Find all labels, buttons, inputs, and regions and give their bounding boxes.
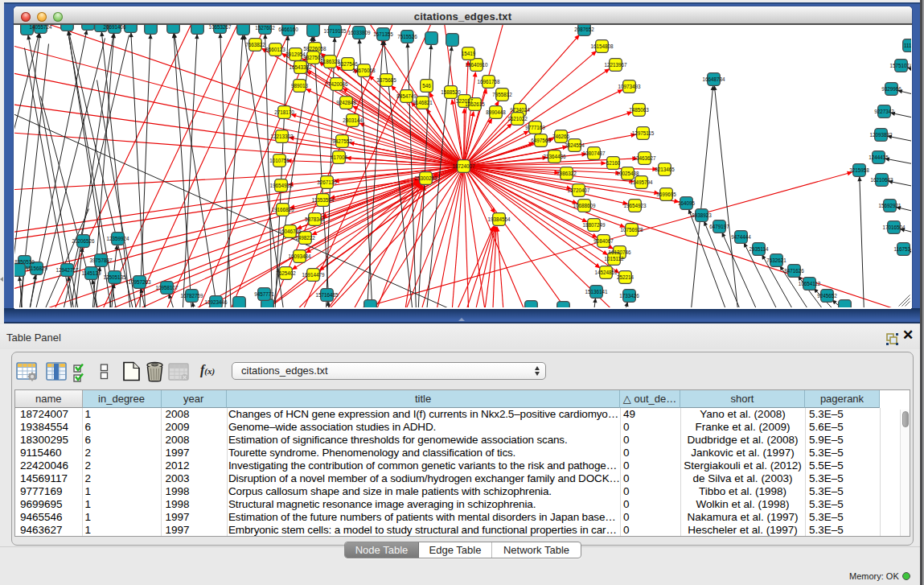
- svg-text:7663822: 7663822: [245, 42, 265, 47]
- svg-text:546: 546: [422, 83, 431, 89]
- svg-text:16154808: 16154808: [590, 43, 614, 49]
- svg-text:7625402: 7625402: [276, 270, 296, 276]
- svg-text:252214: 252214: [616, 274, 634, 280]
- svg-text:16961758: 16961758: [477, 79, 500, 84]
- svg-text:27420046: 27420046: [325, 81, 348, 87]
- svg-text:25300293: 25300293: [414, 175, 437, 181]
- svg-text:21364436: 21364436: [543, 154, 566, 159]
- svg-text:1362615: 1362615: [465, 101, 485, 107]
- svg-text:18807249: 18807249: [582, 222, 606, 228]
- svg-text:12923446: 12923446: [204, 299, 228, 305]
- svg-text:19654933: 19654933: [269, 183, 293, 188]
- svg-text:14055724: 14055724: [29, 25, 52, 30]
- svg-text:8471626: 8471626: [784, 268, 804, 274]
- svg-text:1145139: 1145139: [81, 270, 101, 276]
- svg-text:9227342: 9227342: [874, 109, 894, 114]
- svg-text:39757887: 39757887: [89, 257, 113, 263]
- svg-text:19166825: 19166825: [271, 207, 294, 212]
- svg-text:10973493: 10973493: [618, 84, 641, 89]
- svg-text:746266: 746266: [552, 134, 569, 139]
- svg-text:10958107: 10958107: [155, 285, 179, 290]
- svg-text:1527602: 1527602: [255, 25, 275, 31]
- svg-text:16120746: 16120746: [608, 249, 631, 255]
- svg-text:989013: 989013: [290, 83, 308, 89]
- svg-text:6479197: 6479197: [709, 224, 729, 229]
- svg-text:1010755: 1010755: [269, 158, 290, 163]
- svg-text:5878342: 5878342: [305, 216, 325, 222]
- svg-text:1015112: 1015112: [604, 256, 624, 262]
- svg-text:28676068: 28676068: [352, 68, 376, 73]
- svg-text:16914479: 16914479: [302, 272, 325, 278]
- svg-text:15692921: 15692921: [878, 203, 901, 208]
- svg-text:11353594: 11353594: [311, 197, 334, 203]
- svg-text:10719185: 10719185: [323, 28, 347, 34]
- svg-text:13495794: 13495794: [630, 179, 653, 185]
- svg-text:1117: 1117: [903, 43, 911, 48]
- svg-text:62160: 62160: [606, 160, 620, 166]
- svg-text:9457771: 9457771: [254, 291, 274, 297]
- svg-text:1733426: 1733426: [619, 293, 639, 299]
- svg-text:3875685: 3875685: [376, 77, 396, 83]
- svg-text:2803144: 2803144: [343, 117, 363, 123]
- svg-text:8213465: 8213465: [655, 167, 675, 172]
- svg-text:9084067: 9084067: [593, 238, 614, 244]
- svg-text:12213967: 12213967: [604, 62, 627, 68]
- svg-text:13640910: 13640910: [465, 62, 488, 68]
- svg-text:17957263: 17957263: [128, 279, 151, 285]
- svg-text:16648784: 16648784: [702, 76, 725, 82]
- svg-text:16543382: 16543382: [289, 64, 312, 70]
- svg-text:1498222: 1498222: [295, 235, 315, 241]
- svg-text:15751074: 15751074: [889, 63, 911, 68]
- svg-text:11156829: 11156829: [25, 266, 47, 271]
- svg-text:8938923: 8938923: [692, 212, 712, 218]
- svg-text:6466160: 6466160: [278, 27, 298, 32]
- svg-text:164095: 164095: [677, 200, 695, 206]
- svg-text:1167534: 1167534: [893, 246, 911, 252]
- svg-text:9329966: 9329966: [881, 86, 901, 92]
- svg-text:8350510: 8350510: [14, 259, 35, 265]
- svg-text:10807487: 10807487: [582, 150, 606, 156]
- svg-text:10025438: 10025438: [616, 171, 639, 176]
- svg-text:9777169: 9777169: [525, 125, 545, 130]
- svg-text:15720407: 15720407: [567, 187, 590, 193]
- svg-text:9242848: 9242848: [336, 100, 356, 105]
- svg-text:16782759: 16782759: [180, 293, 203, 299]
- svg-text:9146821: 9146821: [413, 100, 433, 105]
- svg-text:12975115: 12975115: [631, 130, 654, 136]
- svg-text:1244415: 1244415: [869, 154, 889, 160]
- svg-text:20691406: 20691406: [103, 25, 126, 30]
- svg-text:7632621: 7632621: [766, 257, 786, 263]
- svg-text:2935114: 2935114: [749, 246, 769, 252]
- svg-text:9699695: 9699695: [656, 192, 676, 197]
- svg-text:10756928: 10756928: [620, 227, 643, 233]
- svg-text:16210643: 16210643: [870, 177, 893, 183]
- svg-text:3215958: 3215958: [849, 167, 869, 173]
- svg-text:9245652: 9245652: [817, 293, 837, 299]
- svg-text:7986322: 7986322: [556, 171, 577, 176]
- svg-text:1671355: 1671355: [373, 31, 393, 37]
- svg-text:15716485: 15716485: [315, 292, 339, 298]
- svg-text:15136141: 15136141: [585, 289, 608, 295]
- svg-text:2087652: 2087652: [574, 27, 594, 32]
- svg-text:7485063: 7485063: [629, 107, 649, 113]
- svg-text:12213303: 12213303: [270, 134, 294, 139]
- svg-text:8660123: 8660123: [265, 47, 285, 52]
- svg-text:9734024: 9734024: [510, 107, 530, 113]
- svg-text:7515526: 7515526: [397, 34, 417, 39]
- svg-text:12942757: 12942757: [55, 267, 79, 273]
- svg-text:16093484: 16093484: [288, 253, 311, 259]
- svg-text:16046746: 16046746: [278, 229, 302, 234]
- svg-text:3824554: 3824554: [565, 142, 585, 148]
- svg-text:12359924: 12359924: [106, 236, 129, 241]
- svg-text:58226058: 58226058: [303, 46, 326, 51]
- svg-text:6497568: 6497568: [531, 138, 551, 143]
- svg-text:9474444: 9474444: [731, 234, 751, 240]
- svg-text:9327546: 9327546: [338, 61, 358, 67]
- svg-text:18724007: 18724007: [452, 163, 475, 169]
- svg-text:10654112: 10654112: [798, 281, 820, 286]
- svg-text:10653267: 10653267: [208, 25, 232, 30]
- svg-text:1588520: 1588520: [441, 89, 461, 95]
- svg-text:12093832: 12093832: [869, 132, 893, 138]
- svg-text:17016504: 17016504: [882, 225, 906, 230]
- svg-text:417004: 417004: [330, 154, 347, 160]
